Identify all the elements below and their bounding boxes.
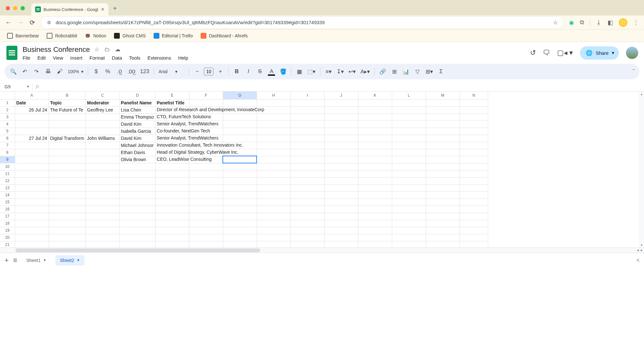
menu-format[interactable]: Format [90, 55, 105, 61]
cell-H2[interactable] [257, 106, 290, 113]
increase-decimal-icon[interactable]: .00̲ [128, 68, 136, 75]
cell-D15[interactable] [119, 199, 155, 206]
cell-K5[interactable] [358, 128, 392, 135]
cell-E11[interactable] [155, 170, 189, 177]
cell-M20[interactable] [426, 234, 459, 241]
cell-I1[interactable] [290, 99, 324, 106]
cell-J8[interactable] [324, 149, 358, 156]
cell-A9[interactable] [15, 156, 49, 163]
row-header-5[interactable]: 5 [0, 128, 15, 135]
cell-H7[interactable] [257, 142, 290, 149]
row-header-6[interactable]: 6 [0, 135, 15, 142]
cell-M15[interactable] [426, 199, 459, 206]
cell-L1[interactable] [392, 99, 426, 106]
cell-A3[interactable] [15, 113, 49, 121]
menu-view[interactable]: View [53, 55, 63, 61]
cell-B8[interactable] [49, 149, 86, 156]
collapse-toolbar-icon[interactable]: ˆ [633, 69, 634, 74]
explore-icon[interactable]: < [637, 257, 639, 263]
col-header-H[interactable]: H [257, 92, 290, 99]
cell-I9[interactable] [290, 156, 324, 163]
cell-B1[interactable]: Topic [49, 99, 86, 106]
cell-J6[interactable] [324, 135, 358, 142]
cell-B7[interactable] [49, 142, 86, 149]
cell-E8[interactable]: Head of Digital Strategy, CyberWave Inc. [155, 149, 189, 156]
cell-C6[interactable]: John Williams [86, 135, 119, 142]
cell-H12[interactable] [257, 177, 290, 184]
cell-G11[interactable] [223, 170, 257, 177]
cell-B2[interactable]: The Future of Te [49, 106, 86, 113]
spreadsheet-grid[interactable]: ABCDEFGHIJKLMN1DateTopicModeratorPanelis… [0, 92, 644, 247]
row-header-8[interactable]: 8 [0, 149, 15, 156]
sheets-logo-icon[interactable] [6, 45, 18, 61]
cell-E1[interactable]: Panelist Title [155, 99, 189, 106]
cell-K1[interactable] [358, 99, 392, 106]
cell-F14[interactable] [189, 191, 223, 199]
filter-views-icon[interactable]: ⊞▾ [426, 68, 433, 75]
cell-G19[interactable] [223, 227, 257, 234]
cell-D7[interactable]: Michael Johnsor [119, 142, 155, 149]
cell-B15[interactable] [49, 199, 86, 206]
cell-G5[interactable] [223, 128, 257, 135]
cell-C11[interactable] [86, 170, 119, 177]
cell-I12[interactable] [290, 177, 324, 184]
cell-G9[interactable] [223, 156, 257, 163]
cell-K18[interactable] [358, 220, 392, 227]
row-header-4[interactable]: 4 [0, 121, 15, 128]
col-header-E[interactable]: E [155, 92, 189, 99]
cell-D20[interactable] [119, 234, 155, 241]
cell-G12[interactable] [223, 177, 257, 184]
cell-L4[interactable] [392, 121, 426, 128]
cell-F19[interactable] [189, 227, 223, 234]
cell-B6[interactable]: Digital Transform [49, 135, 86, 142]
cell-L9[interactable] [392, 156, 426, 163]
cell-I5[interactable] [290, 128, 324, 135]
cell-N8[interactable] [459, 149, 488, 156]
insert-comment-icon[interactable]: ⊞ [391, 68, 398, 75]
menu-data[interactable]: Data [112, 55, 122, 61]
cell-G15[interactable] [223, 199, 257, 206]
row-header-9[interactable]: 9 [0, 156, 15, 163]
cell-B11[interactable] [49, 170, 86, 177]
cell-L18[interactable] [392, 220, 426, 227]
back-button[interactable]: ← [5, 19, 12, 26]
cell-I14[interactable] [290, 191, 324, 199]
close-window-icon[interactable] [6, 6, 10, 10]
cell-C19[interactable] [86, 227, 119, 234]
cell-J2[interactable] [324, 106, 358, 113]
cell-N5[interactable] [459, 128, 488, 135]
cell-L12[interactable] [392, 177, 426, 184]
row-header-20[interactable]: 20 [0, 234, 15, 241]
cell-A5[interactable] [15, 128, 49, 135]
meet-icon[interactable]: ▢◂ ▾ [557, 49, 573, 57]
col-header-I[interactable]: I [290, 92, 324, 99]
cell-G4[interactable] [223, 121, 257, 128]
cell-A4[interactable] [15, 121, 49, 128]
search-menus-icon[interactable]: 🔍 [10, 68, 17, 75]
row-header-13[interactable]: 13 [0, 184, 15, 191]
cell-F16[interactable] [189, 206, 223, 213]
cell-L10[interactable] [392, 163, 426, 170]
cell-J15[interactable] [324, 199, 358, 206]
cell-C3[interactable] [86, 113, 119, 121]
cell-D10[interactable] [119, 163, 155, 170]
wrap-icon[interactable]: ↩▾ [348, 68, 356, 75]
cell-L16[interactable] [392, 206, 426, 213]
cell-L20[interactable] [392, 234, 426, 241]
cell-I13[interactable] [290, 184, 324, 191]
cloud-status-icon[interactable]: ☁ [115, 46, 120, 53]
cell-I20[interactable] [290, 234, 324, 241]
browser-tab[interactable]: Business Conference - Googl ✕ [31, 3, 109, 15]
move-icon[interactable]: 🗀 [104, 46, 110, 53]
col-header-N[interactable]: N [459, 92, 488, 99]
cell-J10[interactable] [324, 163, 358, 170]
font-select[interactable]: Arial ▾ [158, 69, 184, 74]
cell-D19[interactable] [119, 227, 155, 234]
cell-D1[interactable]: Panelist Name [119, 99, 155, 106]
menu-help[interactable]: Help [178, 55, 188, 61]
comments-icon[interactable]: 🗨 [543, 49, 550, 57]
text-color-icon[interactable]: A [268, 68, 275, 75]
minimize-window-icon[interactable] [13, 6, 17, 10]
cell-A14[interactable] [15, 191, 49, 199]
cell-C9[interactable] [86, 156, 119, 163]
